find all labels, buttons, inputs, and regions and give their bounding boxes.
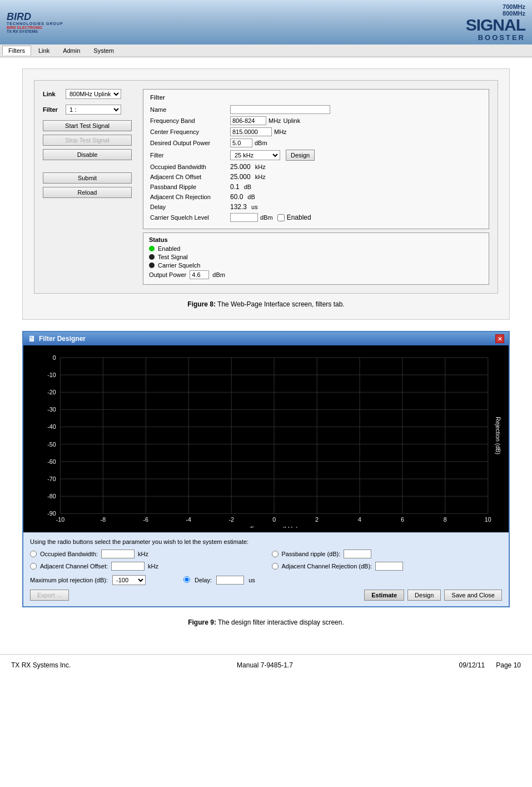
start-test-signal-button[interactable]: Start Test Signal (43, 120, 132, 131)
menu-admin[interactable]: Admin (57, 46, 86, 56)
svg-text:8: 8 (444, 516, 447, 523)
output-power-label: Output Power (149, 271, 186, 278)
carrier-squelch-checkbox[interactable] (277, 214, 285, 221)
carrier-squelch-dot (149, 263, 155, 268)
freq-band-input[interactable] (230, 116, 266, 125)
delay-radio[interactable] (183, 576, 190, 583)
output-power-status-row: Output Power dBm (149, 270, 483, 279)
test-signal-label: Test Signal (158, 254, 188, 260)
max-plot-row: Maximum plot rejection (dB): -100 -90 -8… (30, 575, 502, 585)
estimate-button[interactable]: Estimate (364, 590, 404, 601)
export-button[interactable]: Export ... (30, 590, 69, 601)
svg-text:Rejection (dB): Rejection (dB) (495, 417, 501, 454)
filter-select[interactable]: 1 : (66, 105, 121, 115)
window-title: 🖥 Filter Designer (28, 334, 86, 343)
adjacent-offset-label: Adjacent Ch Offset (150, 174, 228, 180)
desired-power-input[interactable] (230, 138, 252, 147)
filter-type-select[interactable]: 25 kHz (230, 150, 280, 160)
window-close-button[interactable]: ✕ (495, 334, 504, 343)
adjacent-rejection-label: Adjacent Ch Rejection (150, 194, 228, 200)
menubar: Filters Link Admin System (0, 44, 532, 57)
output-power-input[interactable] (190, 270, 209, 279)
link-select[interactable]: 800MHz Uplink (66, 89, 121, 99)
passband-ripple-ctrl-label: Passband ripple (dB): (282, 551, 341, 557)
adjacent-offset-radio[interactable] (30, 563, 37, 570)
carrier-squelch-unit: dBm (260, 214, 273, 221)
svg-text:Frequency (kHz): Frequency (kHz) (250, 525, 298, 528)
adjacent-offset-control: Adjacent Channel Offset: kHz (30, 562, 261, 571)
svg-text:6: 6 (401, 516, 404, 523)
occupied-bw-row: Occupied Bandwidth 25.000 kHz (150, 163, 482, 171)
submit-button[interactable]: Submit (43, 172, 132, 184)
occupied-bw-radio[interactable] (30, 551, 37, 557)
design-filter-button[interactable]: Design (407, 590, 441, 601)
adjacent-rejection-ctrl-input[interactable] (375, 562, 403, 571)
figure9-caption: Figure 9: The design filter interactive … (22, 618, 510, 626)
svg-text:-6: -6 (143, 516, 149, 523)
passband-unit: dB (244, 184, 251, 190)
footer-left: TX RX Systems Inc. (11, 661, 71, 669)
adjacent-rejection-unit: dB (247, 194, 255, 200)
filters-panel: Link 800MHz Uplink Filter 1 : Start Test… (34, 80, 498, 294)
status-box: Status Enabled Test Signal Carrier Squel… (143, 232, 489, 285)
svg-text:0: 0 (53, 354, 56, 361)
adjacent-rejection-radio[interactable] (272, 563, 279, 570)
desired-power-label: Desired Output Power (150, 140, 228, 146)
svg-text:-80: -80 (47, 493, 56, 499)
page-header: BIRD TECHNOLOGIES GROUP BIRD ELECTRONIC … (0, 0, 532, 44)
design-button[interactable]: Design (286, 150, 315, 161)
name-input[interactable] (230, 105, 330, 114)
adjacent-offset-ctrl-input[interactable] (111, 562, 145, 571)
carrier-squelch-label: Carrier Squelch Level (150, 214, 228, 221)
occupied-bw-label: Occupied Bandwidth (150, 164, 228, 170)
center-freq-input[interactable] (230, 127, 272, 136)
center-freq-row: Center Frequency MHz (150, 127, 482, 136)
svg-text:-70: -70 (47, 476, 56, 482)
max-plot-select[interactable]: -100 -90 -80 -70 -60 (112, 575, 146, 585)
stop-test-signal-button[interactable]: Stop Test Signal (43, 135, 132, 146)
disable-button[interactable]: Disable (43, 149, 132, 160)
freq-band-row: Frequency Band MHz Uplink (150, 116, 482, 125)
filter-box: Filter Name Frequency Band MHz Uplink Ce… (143, 89, 489, 229)
carrier-squelch-input[interactable] (230, 213, 258, 222)
name-row: Name (150, 105, 482, 114)
delay-row: Delay 132.3 us (150, 203, 482, 211)
occupied-bw-ctrl-input[interactable] (101, 550, 135, 558)
figure9-container: 🖥 Filter Designer ✕ (22, 331, 510, 626)
passband-value: 0.1 (230, 183, 240, 191)
menu-link[interactable]: Link (32, 46, 56, 56)
svg-text:-50: -50 (47, 441, 56, 448)
logo-technologies: TECHNOLOGIES GROUP (7, 22, 63, 26)
footer-page: Page 10 (496, 661, 521, 669)
carrier-squelch-status-label: Carrier Squelch (158, 262, 200, 269)
passband-ripple-ctrl-input[interactable] (344, 550, 371, 558)
desired-power-unit: dBm (255, 140, 267, 146)
filter-box-title: Filter (150, 94, 482, 101)
status-title: Status (149, 236, 483, 243)
menu-system[interactable]: System (87, 46, 120, 56)
footer-date: 09/12/11 (459, 661, 485, 669)
svg-text:-40: -40 (47, 423, 56, 430)
figure9-caption-bold: Figure 9: (188, 618, 216, 626)
footer-right: 09/12/11 Page 10 (459, 661, 521, 669)
adjacent-rejection-value: 60.0 (230, 193, 243, 201)
svg-text:-8: -8 (101, 516, 106, 523)
passband-ripple-radio[interactable] (272, 551, 279, 557)
save-close-button[interactable]: Save and Close (444, 590, 502, 601)
left-panel: Link 800MHz Uplink Filter 1 : Start Test… (43, 89, 132, 285)
passband-row: Passband Ripple 0.1 dB (150, 183, 482, 191)
occupied-bw-unit: kHz (255, 164, 266, 170)
signal-booster-logo: 700MHz800MHz SIGNAL BOOSTER (466, 3, 525, 42)
delay-ctrl-input[interactable] (216, 576, 244, 585)
center-freq-label: Center Frequency (150, 128, 228, 135)
delay-ctrl-unit: us (248, 577, 255, 583)
adjacent-offset-ctrl-label: Adjacent Channel Offset: (40, 563, 108, 570)
center-freq-unit: MHz (274, 128, 287, 135)
page-footer: TX RX Systems Inc. Manual 7-9485-1.7 09/… (0, 654, 532, 676)
main-content: Link 800MHz Uplink Filter 1 : Start Test… (0, 57, 532, 649)
reload-button[interactable]: Reload (43, 187, 132, 198)
adjacent-offset-unit: kHz (255, 174, 266, 180)
menu-filters[interactable]: Filters (2, 46, 31, 56)
passband-ripple-control: Passband ripple (dB): (272, 550, 503, 558)
enabled-dot (149, 246, 155, 251)
